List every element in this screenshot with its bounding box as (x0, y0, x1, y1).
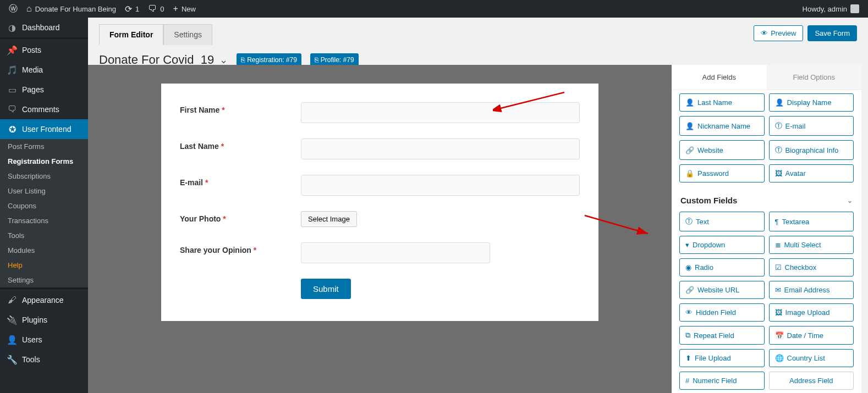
field-website[interactable]: 🔗Website (679, 140, 765, 160)
field-dropdown[interactable]: ▾Dropdown (679, 236, 765, 254)
last-name-input[interactable] (301, 139, 580, 159)
menu-label: Pages (22, 85, 44, 94)
field-password[interactable]: 🔒Password (679, 164, 765, 182)
link-icon: 🔗 (685, 286, 694, 294)
tab-field-options[interactable]: Field Options (767, 65, 862, 90)
field-repeat[interactable]: ⧉Repeat Field (679, 326, 765, 345)
sub-modules[interactable]: Modules (0, 243, 88, 258)
comments-count: 0 (160, 5, 164, 13)
site-link[interactable]: ⌂Donate For Human Being (22, 0, 120, 18)
chevron-down-icon: ⌄ (219, 54, 228, 66)
field-email-address[interactable]: ✉Email Address (769, 281, 854, 299)
field-website-url[interactable]: 🔗Website URL (679, 281, 765, 299)
users-icon: 👤 (7, 334, 18, 345)
field-display-name[interactable]: 👤Display Name (769, 93, 854, 112)
dropdown-icon: ▾ (685, 241, 689, 249)
field-label: Password (697, 169, 729, 178)
hash-icon: # (685, 377, 689, 385)
text-icon: Ⓣ (775, 145, 782, 155)
menu-plugins[interactable]: 🔌Plugins (0, 310, 88, 330)
field-country[interactable]: 🌐Country List (769, 349, 854, 367)
field-nickname[interactable]: 👤Nickname Name (679, 116, 765, 136)
sub-help[interactable]: Help (0, 258, 88, 273)
field-label: Repeat Field (694, 331, 734, 340)
field-last-name[interactable]: 👤Last Name (679, 93, 765, 112)
tools-icon: 🔧 (7, 354, 18, 365)
wp-logo[interactable]: ⓦ (4, 0, 22, 18)
menu-appearance[interactable]: 🖌Appearance (0, 290, 88, 310)
tab-add-fields[interactable]: Add Fields (672, 65, 767, 90)
user-icon: 👤 (685, 98, 694, 107)
sub-transactions[interactable]: Transactions (0, 213, 88, 228)
submit-button[interactable]: Submit (301, 279, 351, 299)
field-radio[interactable]: ◉Radio (679, 258, 765, 276)
field-email[interactable]: E-mail * (180, 175, 580, 196)
menu-label: Tools (22, 355, 40, 364)
panel-body: 👤Last Name 👤Display Name 👤Nickname Name … (672, 90, 861, 393)
menu-label: Dashboard (22, 23, 60, 32)
sub-post-forms[interactable]: Post Forms (0, 139, 88, 154)
custom-fields-header[interactable]: Custom Fields⌄ (679, 189, 854, 212)
tab-settings[interactable]: Settings (163, 24, 212, 45)
field-label: Textarea (782, 218, 809, 226)
sub-registration-forms[interactable]: Registration Forms (0, 154, 88, 169)
page-icon: ▭ (7, 84, 18, 95)
field-checkbox[interactable]: ☑Checkbox (769, 258, 854, 276)
field-avatar[interactable]: 🖼Avatar (769, 164, 854, 182)
menu-dashboard[interactable]: ◑Dashboard (0, 18, 88, 37)
field-label: Hidden Field (696, 308, 736, 317)
greeting-text: Howdy, admin (803, 5, 847, 13)
text-icon: Ⓣ (775, 121, 782, 131)
field-photo[interactable]: Your Photo * Select Image (180, 211, 580, 227)
field-textarea[interactable]: ¶Textarea (769, 212, 854, 231)
menu-posts[interactable]: 📌Posts (0, 40, 88, 60)
field-hidden[interactable]: 👁Hidden Field (679, 303, 765, 322)
field-address[interactable]: Address Field (769, 372, 854, 390)
opinion-input[interactable] (301, 242, 490, 263)
select-image-button[interactable]: Select Image (301, 211, 357, 227)
field-bio[interactable]: ⓉBiographical Info (769, 140, 854, 160)
menu-pages[interactable]: ▭Pages (0, 80, 88, 99)
menu-users[interactable]: 👤Users (0, 330, 88, 350)
preview-button[interactable]: 👁Preview (754, 25, 803, 41)
sub-subscriptions[interactable]: Subscriptions (0, 169, 88, 184)
menu-label: Plugins (22, 315, 47, 324)
list-icon: ≣ (775, 241, 781, 249)
menu-user-frontend[interactable]: ✪User Frontend (0, 119, 88, 139)
first-name-input[interactable] (301, 102, 580, 123)
paragraph-icon: ¶ (775, 218, 779, 226)
sub-user-listing[interactable]: User Listing (0, 184, 88, 198)
field-text[interactable]: ⓉText (679, 212, 765, 231)
custom-fields-grid: ⓉText ¶Textarea ▾Dropdown ≣Multi Select … (679, 212, 854, 393)
required-mark: * (222, 106, 224, 114)
field-email[interactable]: ⓉE-mail (769, 116, 854, 136)
sub-coupons[interactable]: Coupons (0, 198, 88, 213)
field-image-upload[interactable]: 🖼Image Upload (769, 303, 854, 322)
link-icon: 🔗 (685, 146, 694, 154)
radio-icon: ◉ (685, 263, 691, 272)
image-icon: 🖼 (775, 308, 782, 317)
field-file-upload[interactable]: ⬆File Upload (679, 349, 765, 367)
account-link[interactable]: Howdy, admin (798, 0, 864, 18)
field-first-name[interactable]: First Name * (180, 102, 580, 123)
menu-media[interactable]: 🎵Media (0, 60, 88, 80)
field-last-name[interactable]: Last Name * (180, 139, 580, 159)
updates-link[interactable]: ⟳1 (120, 0, 144, 18)
save-form-button[interactable]: Save Form (807, 25, 857, 41)
field-numeric[interactable]: #Numeric Field (679, 372, 765, 390)
content-area: Form Editor Settings 👁Preview Save Form … (88, 18, 868, 393)
sub-tools[interactable]: Tools (0, 228, 88, 243)
field-opinion[interactable]: Share your Opinion * (180, 242, 580, 263)
menu-comments[interactable]: 🗨Comments (0, 99, 88, 119)
menu-tools[interactable]: 🔧Tools (0, 350, 88, 369)
new-link[interactable]: +New (169, 0, 200, 18)
field-label: Address Field (789, 377, 833, 385)
email-input[interactable] (301, 175, 580, 196)
copy-icon: ⎘ (315, 56, 318, 64)
field-label: First Name (180, 106, 219, 114)
sub-settings[interactable]: Settings (0, 273, 88, 287)
field-date-time[interactable]: 📅Date / Time (769, 326, 854, 345)
comments-link[interactable]: 🗨0 (144, 0, 168, 18)
field-multi-select[interactable]: ≣Multi Select (769, 236, 854, 254)
tab-form-editor[interactable]: Form Editor (99, 24, 163, 45)
